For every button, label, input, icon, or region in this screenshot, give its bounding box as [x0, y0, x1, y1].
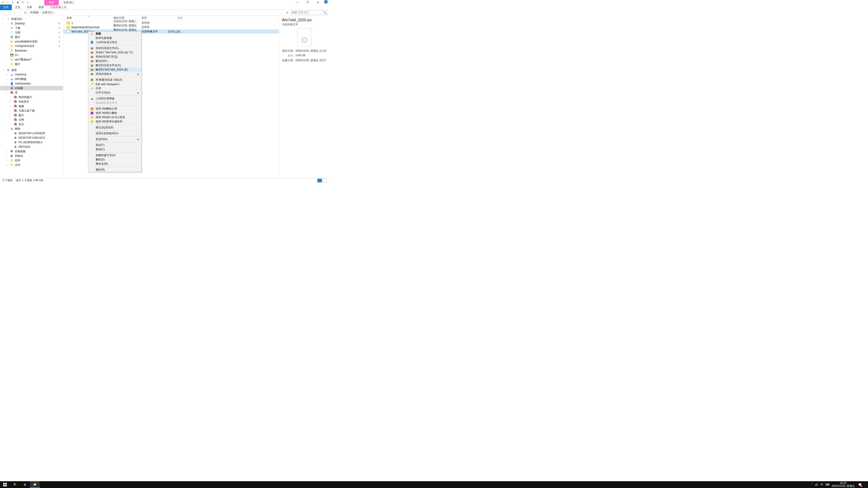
tree-item-network-pc[interactable]: 🖥DESKTOP-LSSOEDP — [0, 131, 63, 135]
tree-item-library[interactable]: ›📚天翼云盘下载 — [0, 108, 63, 113]
view-icons-button[interactable] — [322, 179, 327, 182]
chevron-right-icon[interactable]: › — [6, 73, 8, 76]
column-headers[interactable]: 名称 ▲ 修改日期 类型 大小 — [63, 15, 279, 21]
tree-item-quick[interactable]: 📁图片 — [0, 62, 63, 66]
tree-item-desktop[interactable]: ›☁WPS网盘 — [0, 77, 63, 81]
context-menu-item[interactable]: 📦解压到(F)... — [88, 59, 141, 63]
context-menu-item[interactable]: 📝Edit with Notepad++ — [88, 82, 141, 86]
address-dropdown-icon[interactable]: ⌄ — [280, 10, 284, 15]
tree-quick-access[interactable]: ˅ ★ 快速访问 — [0, 17, 63, 21]
context-menu-item[interactable]: ↗共享 — [88, 86, 141, 91]
tree-item-other[interactable]: ›🗑回收站 — [0, 154, 63, 158]
tree-desktop[interactable]: ˅ 🖥 桌面 — [0, 68, 63, 72]
chevron-right-icon[interactable]: › — [10, 119, 12, 121]
tree-item-library[interactable]: ›📚音乐 — [0, 122, 63, 127]
tree-item-library[interactable]: ›📚保存的图片 — [0, 95, 63, 99]
context-menu-item[interactable]: 📦其他压缩命令▶ — [88, 72, 141, 76]
chevron-right-icon[interactable]: › — [6, 87, 8, 89]
nav-history-dropdown[interactable]: ⌄ — [12, 10, 17, 15]
chevron-right-icon[interactable]: › — [10, 114, 12, 116]
chevron-right-icon[interactable]: › — [10, 96, 12, 98]
tree-item-other[interactable]: ›🛠控制面板 — [0, 149, 63, 154]
context-menu[interactable]: 💿装载刻录光盘映像📘上传到有道云笔记📦添加到压缩文件(A)...📦添加到 "Wi… — [88, 31, 142, 172]
tree-item-quick[interactable]: 💾G:\ — [0, 53, 63, 57]
file-row[interactable]: 12020/12/15, 星期二 1…文件夹 — [63, 21, 279, 25]
context-menu-item[interactable]: 📦用360压缩打开(Q) — [88, 55, 141, 59]
ribbon-tab-file[interactable]: 文件 — [0, 4, 12, 10]
column-size[interactable]: 大小 — [165, 16, 185, 20]
nav-back-button[interactable]: ← — [1, 10, 6, 15]
ribbon-tab-view[interactable]: 查看 — [35, 4, 47, 10]
tree-item-quick[interactable]: 🖼图片 — [0, 35, 63, 39]
ribbon-tab-share[interactable]: 共享 — [24, 4, 35, 10]
search-icon[interactable]: 🔍 — [323, 11, 327, 14]
help-icon[interactable]: ? — [324, 0, 328, 4]
breadcrumb-segment[interactable]: 文档 (E:) — [42, 11, 53, 14]
tree-item-quick[interactable]: 🖥Desktop — [0, 21, 63, 26]
chevron-down-icon[interactable]: ˅ — [6, 128, 8, 130]
tree-item-library[interactable]: ›📚本机照片 — [0, 99, 63, 104]
search-input[interactable]: 搜索"文档 (E:)" 🔍 — [290, 10, 328, 15]
ribbon-tab-home[interactable]: 主页 — [12, 4, 24, 10]
context-menu-item[interactable]: ☁上传到百度网盘 — [88, 96, 141, 101]
chevron-right-icon[interactable]: › — [6, 83, 8, 85]
qat-delete-icon[interactable]: ✖ — [16, 0, 20, 4]
tree-network[interactable]: ˅ 🖧 网络 — [0, 127, 63, 131]
context-menu-item[interactable]: 🟢用 蜂蜜浏览器 浏览(3) — [88, 78, 141, 82]
context-menu-item[interactable]: 剪切(T) — [88, 143, 141, 147]
chevron-right-icon[interactable]: › — [10, 109, 12, 112]
context-menu-item[interactable]: 打开方式(H)▶ — [88, 91, 141, 95]
context-menu-item[interactable]: 发送到(N)▶ — [88, 137, 141, 141]
tree-item-library[interactable]: ›📚图片 — [0, 113, 63, 118]
nav-forward-button[interactable]: → — [7, 10, 11, 15]
context-menu-item[interactable]: 重命名(M) — [88, 162, 141, 166]
chevron-right-icon[interactable]: › — [10, 101, 12, 103]
qat-dropdown-icon[interactable]: ▾ — [26, 0, 30, 4]
nav-up-button[interactable]: ↑ — [18, 10, 22, 15]
context-menu-item[interactable]: 📦解压到 Win7x64_2020\ (E) — [88, 68, 141, 72]
tree-item-desktop[interactable]: ›👤Administrator — [0, 81, 63, 86]
context-menu-item[interactable]: 通过QQ发送到 — [88, 125, 141, 130]
chevron-right-icon[interactable]: › — [10, 123, 12, 125]
close-button[interactable]: ✕ — [313, 0, 323, 5]
refresh-button[interactable]: ↻ — [285, 10, 289, 15]
chevron-right-icon[interactable]: › — [6, 155, 8, 157]
tree-item-network-pc[interactable]: 🖥ZMT2019 — [0, 144, 63, 149]
chevron-down-icon[interactable]: ˅ — [3, 18, 5, 20]
chevron-right-icon[interactable]: › — [6, 78, 8, 80]
context-menu-item[interactable]: 📦添加到压缩文件(A)... — [88, 46, 141, 51]
file-row[interactable]: BaiduNetdiskDownload2020/12/25, 星期五 1…文件… — [63, 25, 279, 29]
chevron-right-icon[interactable]: › — [6, 92, 8, 94]
tree-item-other[interactable]: ›📁软件 — [0, 158, 63, 163]
tree-item-quick[interactable]: ⬇下载 — [0, 26, 63, 30]
context-menu-item[interactable]: 删除(D) — [88, 158, 141, 162]
tree-item-network-pc[interactable]: 🖥DESKTOP-NJEU3CG — [0, 135, 63, 140]
breadcrumb-segment[interactable]: 此电脑 — [30, 11, 38, 14]
context-menu-item[interactable]: 🟡使用 360进行木马云查杀 — [88, 115, 141, 120]
tree-item-desktop[interactable]: ›☁OneDrive — [0, 72, 63, 77]
context-menu-item[interactable]: 复制(C) — [88, 147, 141, 152]
tree-item-library[interactable]: ›📚视频 — [0, 104, 63, 108]
tree-item-other[interactable]: ›📁文件 — [0, 163, 63, 167]
chevron-right-icon[interactable]: › — [6, 159, 8, 162]
context-menu-item[interactable]: 🟪使用 360强力删除 — [88, 111, 141, 115]
chevron-right-icon[interactable]: › — [6, 164, 8, 166]
tree-item-quick[interactable]: 📁YUNQISHI2019 — [0, 44, 63, 48]
breadcrumb[interactable]: 此电脑 › 文档 (E:) › — [30, 11, 55, 14]
tree-item-network-pc[interactable]: 🖥PC-20190530OBLA — [0, 140, 63, 144]
context-menu-item[interactable]: 刻录光盘映像 — [88, 36, 141, 40]
context-menu-item[interactable]: 创建快捷方式(S) — [88, 153, 141, 158]
qat-save-icon[interactable]: ▪ — [6, 0, 10, 4]
tree-item-library[interactable]: ›📚文档 — [0, 118, 63, 122]
context-menu-item[interactable]: 🟧使用 360解除占用 — [88, 107, 141, 111]
qat-undo-icon[interactable]: ↶ — [21, 0, 25, 4]
context-menu-item[interactable]: 还原以前的版本(V) — [88, 131, 141, 135]
chevron-down-icon[interactable]: ˅ — [3, 69, 5, 71]
tree-item-quick[interactable]: 📁excel表格制作求和 — [0, 39, 63, 44]
tree-item-desktop[interactable]: ›🖥此电脑 — [0, 86, 63, 90]
column-modified[interactable]: 修改日期 — [114, 16, 142, 20]
context-menu-item[interactable]: 📦解压到当前文件夹(X) — [88, 63, 141, 68]
chevron-right-icon[interactable]: › — [6, 150, 8, 153]
context-menu-item[interactable]: 🟡使用 360管理右键菜单 — [88, 120, 141, 124]
tree-item-quick[interactable]: 📄文档 — [0, 30, 63, 35]
